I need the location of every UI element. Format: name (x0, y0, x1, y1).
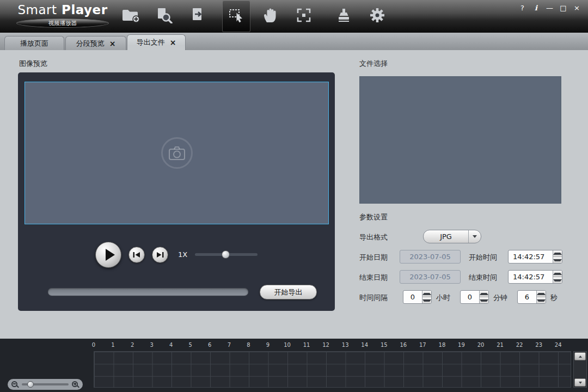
export-page-icon (190, 7, 206, 26)
arrow-down-icon (579, 382, 582, 384)
timeline-hour-label: 15 (381, 342, 388, 348)
spinner-up-button[interactable] (537, 291, 546, 297)
interval-minutes-spinner[interactable]: 0 (460, 290, 489, 304)
timeline-hour-label: 18 (439, 342, 446, 348)
arrow-down-icon (553, 259, 562, 261)
tab-label: 播放页面 (20, 39, 48, 48)
start-date-field[interactable]: 2023-07-05 (400, 250, 461, 264)
scroll-up-button[interactable] (574, 352, 586, 360)
speed-slider-handle[interactable] (222, 250, 230, 259)
spinner-arrows (553, 271, 562, 283)
camera-placeholder-icon (161, 137, 193, 169)
tab-close-icon[interactable]: × (170, 39, 176, 46)
timeline-grid[interactable] (94, 351, 571, 388)
zoom-out-icon[interactable] (11, 381, 19, 388)
timeline-hour-label: 17 (419, 342, 426, 348)
hand-pan-button[interactable] (256, 0, 284, 33)
timeline-ruler: 0123456789101112131415161718192021222324 (94, 342, 562, 349)
spinner-arrows (553, 250, 562, 263)
end-time-spinner[interactable]: 14:42:57 (508, 270, 562, 284)
stamp-button[interactable] (329, 0, 358, 33)
tab-export-file[interactable]: 导出文件 × (127, 34, 186, 50)
start-time-label: 开始时间 (469, 253, 497, 262)
maximize-button[interactable]: □ (558, 3, 569, 14)
preview-section-title: 图像预览 (19, 59, 47, 69)
timeline-zoom-handle[interactable] (27, 381, 34, 388)
spinner-down-button[interactable] (480, 297, 488, 303)
start-export-button[interactable]: 开始导出 (260, 285, 317, 299)
speed-slider[interactable] (195, 253, 258, 256)
arrow-down-icon (422, 299, 431, 302)
end-time-value: 14:42:57 (509, 271, 553, 283)
spinner-down-button[interactable] (537, 297, 546, 303)
arrow-up-icon (553, 253, 562, 255)
arrow-up-icon (537, 293, 546, 295)
tab-label: 分段预览 (76, 39, 105, 48)
settings-button[interactable] (363, 0, 391, 33)
spinner-up-button[interactable] (553, 271, 562, 277)
interval-hours-value: 0 (403, 291, 422, 303)
timeline-hour-label: 13 (342, 342, 349, 348)
tab-close-icon[interactable]: × (109, 40, 116, 47)
timeline-scrollbar[interactable] (573, 351, 587, 388)
timeline-hour-label: 2 (131, 342, 134, 348)
help-button[interactable]: ? (517, 3, 528, 14)
chevron-down-icon (473, 235, 477, 238)
export-format-label: 导出格式 (359, 232, 388, 242)
timeline-hour-label: 7 (228, 342, 231, 348)
step-back-button[interactable] (128, 247, 145, 263)
minutes-unit-label: 分钟 (493, 293, 507, 303)
arrow-up-icon (579, 356, 582, 358)
spinner-up-button[interactable] (480, 291, 488, 297)
hand-icon (262, 7, 278, 26)
start-date-label: 开始日期 (359, 253, 388, 262)
spinner-arrows (479, 291, 488, 303)
end-date-label: 结束日期 (359, 273, 388, 283)
zoom-in-icon[interactable] (72, 381, 79, 388)
export-format-dropdown[interactable]: JPG (423, 230, 481, 243)
interval-hours-spinner[interactable]: 0 (403, 290, 432, 304)
spinner-arrows (422, 291, 431, 303)
step-forward-button[interactable] (152, 247, 168, 263)
params-section-title: 参数设置 (359, 212, 388, 222)
spinner-down-button[interactable] (553, 277, 562, 283)
tab-label: 导出文件 (137, 38, 165, 47)
info-button[interactable]: i (530, 3, 542, 14)
spinner-up-button[interactable] (422, 291, 431, 297)
scroll-down-button[interactable] (574, 378, 586, 387)
close-button[interactable]: × (571, 3, 583, 14)
export-file-button[interactable] (184, 0, 212, 33)
spinner-down-button[interactable] (422, 297, 431, 303)
search-snapshot-button[interactable] (150, 0, 178, 33)
timeline-hour-label: 3 (150, 342, 153, 348)
timeline-hour-label: 24 (555, 342, 562, 348)
timeline-hour-label: 4 (169, 342, 173, 348)
fit-screen-button[interactable] (290, 0, 318, 33)
app-subtitle-badge: 视频播放器 (16, 19, 109, 28)
timeline-zoom-slider[interactable] (22, 383, 69, 385)
play-button[interactable] (95, 242, 121, 268)
file-list-panel[interactable] (359, 76, 561, 204)
spinner-up-button[interactable] (553, 250, 562, 257)
end-date-field[interactable]: 2023-07-05 (400, 270, 461, 284)
timeline-hour-label: 21 (497, 342, 504, 348)
timeline-hour-label: 20 (477, 342, 485, 348)
open-file-button[interactable] (117, 0, 145, 33)
region-select-button[interactable] (222, 1, 250, 32)
tab-play-page[interactable]: 播放页面 (4, 36, 64, 50)
interval-minutes-value: 0 (461, 291, 479, 303)
spinner-down-button[interactable] (553, 257, 562, 263)
tab-segment-preview[interactable]: 分段预览 × (65, 36, 126, 50)
start-time-spinner[interactable]: 14:42:57 (508, 250, 562, 264)
speed-label: 1X (178, 250, 187, 259)
timeline-hour-label: 8 (247, 342, 250, 348)
titlebar: Smart Player 视频播放器 (0, 0, 588, 33)
app-title-light: Smart (17, 3, 57, 17)
seconds-unit-label: 秒 (550, 293, 558, 303)
arrow-down-icon (480, 299, 488, 302)
end-time-label: 结束时间 (469, 273, 497, 283)
minimize-button[interactable]: — (544, 3, 555, 14)
dropdown-arrow-button[interactable] (468, 230, 481, 243)
interval-seconds-spinner[interactable]: 6 (517, 290, 546, 304)
app-title: Smart Player (14, 3, 111, 17)
